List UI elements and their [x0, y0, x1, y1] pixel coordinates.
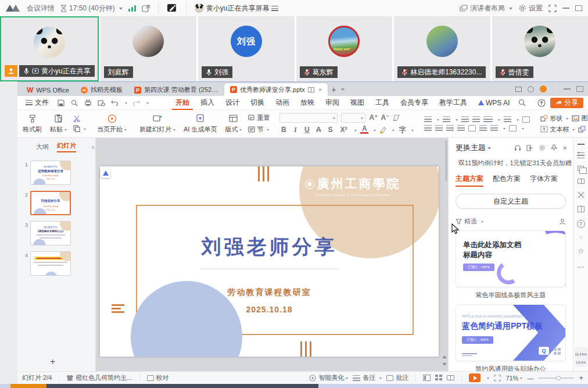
minimize-button[interactable]	[562, 8, 569, 9]
undo-button[interactable]	[110, 99, 119, 107]
participant-tile[interactable]: 曾倩雯	[492, 16, 588, 81]
layers-icon[interactable]	[578, 166, 584, 171]
slideshow-play-button[interactable]	[469, 373, 481, 382]
slide-canvas[interactable]: 廣州工商學院 Guangzhou College of Technology a…	[100, 166, 439, 357]
play-options-chevron[interactable]	[487, 378, 489, 380]
phonetic-guide-icon[interactable]	[483, 116, 493, 122]
ribbon-tab-review[interactable]: 审阅	[322, 96, 343, 110]
ribbon-tab-insert[interactable]: 插入	[197, 96, 218, 110]
tools-icon[interactable]	[578, 191, 585, 198]
tab-theme-scheme[interactable]: 主题方案	[456, 174, 483, 187]
upload-cloud-icon[interactable]	[537, 99, 546, 107]
tab-document-active[interactable]: P 优秀教师课堂分享.pptx ×	[224, 83, 328, 96]
help-icon[interactable]: ?	[577, 220, 585, 228]
reset-button[interactable]: 重置	[248, 113, 270, 122]
tab-document-2[interactable]: P 第四次课 劳动教育 (252601学前	[128, 84, 224, 96]
picture-button[interactable]: 图片	[572, 114, 588, 123]
font-size-select[interactable]	[341, 113, 365, 123]
comments-button[interactable]: 批注	[386, 373, 408, 382]
save-button[interactable]	[56, 99, 66, 107]
arrange-button[interactable]: 排列	[578, 125, 588, 134]
normal-view-button[interactable]	[423, 375, 431, 381]
theme-rail-button-active[interactable]	[579, 236, 583, 239]
strikethrough-button[interactable]: A	[314, 126, 322, 134]
wps-minimize-button[interactable]	[564, 88, 571, 90]
reading-toolbar-icon[interactable]	[578, 206, 585, 212]
network-speed-widget[interactable]: 12.3 K/s 1.5 K/s	[575, 347, 587, 367]
audio-guide-icon[interactable]	[514, 144, 521, 151]
tab-font-scheme[interactable]: 字体方案	[530, 174, 558, 187]
ribbon-tab-member[interactable]: 会员专享	[397, 96, 432, 110]
collapse-panel-button[interactable]: <	[91, 144, 95, 151]
theme-card-purple[interactable]: 单击此处添加文档标题内容 汇报人：WPS	[456, 230, 566, 287]
copy-button[interactable]	[73, 125, 86, 132]
designer-icon[interactable]	[559, 218, 566, 225]
canvas-scrollbar[interactable]	[445, 140, 447, 181]
customize-theme-button[interactable]: 自定义主题	[456, 194, 566, 209]
paragraph-spacing-icon[interactable]	[479, 125, 487, 131]
ribbon-tab-transition[interactable]: 切换	[247, 96, 268, 110]
columns-icon[interactable]	[468, 125, 476, 131]
slide-thumbnail-4[interactable]	[30, 251, 71, 276]
outline-tab[interactable]: 大纲	[36, 143, 49, 151]
paste-button[interactable]: 粘贴	[46, 111, 71, 136]
tab-list-chevron-icon[interactable]	[341, 88, 345, 92]
superscript-button[interactable]: X²	[338, 126, 349, 134]
print-preview-button[interactable]	[96, 99, 106, 107]
ribbon-tab-view[interactable]: 视图	[347, 96, 368, 110]
previous-slide-button[interactable]	[442, 353, 447, 358]
bullet-list-icon[interactable]	[424, 116, 432, 122]
proofread-button[interactable]: 校对	[147, 373, 169, 382]
ribbon-tab-animation[interactable]: 动画	[272, 96, 293, 110]
sharing-banner[interactable]: 黄小yu正在共享屏幕	[195, 3, 279, 13]
participant-tile[interactable]: 刘强 刘强	[198, 16, 295, 81]
zoom-out-button[interactable]: —	[527, 375, 533, 382]
share-button[interactable]: 分享	[550, 98, 583, 108]
settings-button[interactable]: 设置	[518, 3, 543, 13]
print-button[interactable]	[83, 99, 92, 107]
ai-generate-page-button[interactable]: AI 生成单页	[180, 111, 221, 136]
font-family-select[interactable]	[279, 113, 338, 123]
ribbon-tab-home[interactable]: 开始	[172, 96, 193, 110]
next-slide-button[interactable]	[442, 363, 447, 368]
filter-label[interactable]: 精选	[464, 217, 477, 226]
wps-maximize-button[interactable]	[576, 86, 583, 92]
tab-color-scheme[interactable]: 配色方案	[493, 174, 521, 187]
slide-thumbnail-2-selected[interactable]: 刘强老师分享 劳动教育课程教研室 2025.10.18	[30, 191, 71, 215]
notes-button[interactable]: 备注	[353, 373, 382, 382]
align-center-icon[interactable]	[435, 125, 443, 131]
align-text-icon[interactable]	[509, 125, 517, 131]
favorites-icon[interactable]: ☆	[578, 247, 585, 255]
more-tools-icon[interactable]: ⋯	[577, 263, 585, 271]
numbered-list-icon[interactable]	[443, 116, 450, 122]
popout-panel-icon[interactable]	[526, 145, 533, 151]
window-layout-icon[interactable]	[515, 87, 522, 92]
close-tab-icon[interactable]: ×	[318, 86, 322, 93]
ribbon-tab-teaching[interactable]: 教学工具	[436, 96, 471, 110]
participant-tile[interactable]: 林启德老师13632230...	[394, 16, 490, 81]
cut-button[interactable]	[73, 115, 86, 122]
section-button[interactable]: 节	[248, 125, 270, 134]
slide-sorter-view-button[interactable]	[435, 375, 442, 381]
slide-thumbnail-3[interactable]: 通识教育学院 《课程建设专题研讨会》	[30, 221, 71, 245]
smart-beautify-button[interactable]: 智能美化	[309, 373, 348, 382]
decrease-font-button[interactable]: A⁻	[381, 113, 389, 122]
ribbon-tab-wps-ai[interactable]: WPS AI	[475, 96, 513, 110]
member-promo-banner[interactable]: 双11预约倒计时，1元锁定31天会员加赠 >	[449, 153, 573, 168]
panel-gear-icon[interactable]	[539, 144, 546, 151]
underline-button[interactable]: U	[303, 126, 311, 134]
align-left-icon[interactable]	[424, 125, 432, 131]
highlight-pen-icon[interactable]	[379, 126, 387, 133]
zoom-slider-thumb[interactable]	[556, 376, 561, 380]
clear-format-icon[interactable]	[392, 115, 400, 121]
indent-icon[interactable]	[490, 125, 498, 131]
line-spacing-icon[interactable]	[504, 116, 511, 122]
new-tab-button[interactable]: +	[331, 85, 336, 94]
maximize-button[interactable]	[575, 5, 582, 11]
ribbon-tab-design[interactable]: 设计	[222, 96, 243, 110]
undo-chevron-icon[interactable]	[125, 102, 127, 105]
italic-button[interactable]: I	[291, 126, 299, 134]
annotation-pen-icon[interactable]	[167, 3, 178, 13]
text-direction-icon[interactable]	[522, 116, 530, 123]
wps-ai-float-button[interactable]	[101, 168, 110, 178]
